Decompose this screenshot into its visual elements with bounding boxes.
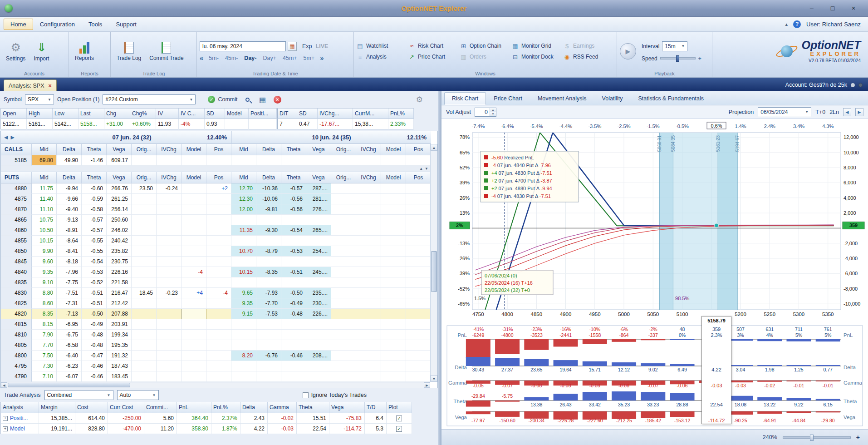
- col-header-theta[interactable]: Theta: [82, 172, 107, 183]
- chain-cell[interactable]: [356, 215, 381, 225]
- chain-cell[interactable]: [356, 236, 381, 246]
- play-button[interactable]: ▶: [620, 43, 636, 59]
- col-header-theta[interactable]: Theta: [281, 144, 306, 155]
- chain-cell[interactable]: [381, 340, 406, 351]
- chain-cell[interactable]: 230....: [306, 298, 331, 309]
- chain-cell[interactable]: 245....: [306, 267, 331, 277]
- chain-cell[interactable]: -6.07: [57, 371, 82, 382]
- chain-cell[interactable]: 7.90: [32, 330, 57, 340]
- chain-cell[interactable]: [157, 371, 181, 382]
- chain-cell[interactable]: 256.14: [107, 204, 132, 215]
- chain-cell[interactable]: -10.06: [256, 194, 281, 204]
- chain-cell[interactable]: [281, 340, 306, 351]
- analysis-header-plot[interactable]: Plot: [387, 402, 412, 413]
- col-header-delta[interactable]: Delta: [256, 172, 281, 183]
- stats-header-sd[interactable]: SD: [205, 109, 225, 119]
- analysis-header-margin[interactable]: Margin: [39, 402, 75, 413]
- chain-cell[interactable]: [381, 215, 406, 225]
- puts-row[interactable]: 48208.35-7.13-0.50207.889.15-7.53-0.4822…: [1, 309, 430, 319]
- chain-cell[interactable]: 240.42: [107, 236, 132, 246]
- chain-cell[interactable]: -0.56: [281, 194, 306, 204]
- chain-cell[interactable]: [331, 194, 356, 204]
- chain-cell[interactable]: [356, 330, 381, 340]
- chain-cell[interactable]: [256, 371, 281, 382]
- chain-cell[interactable]: [306, 319, 331, 330]
- chain-cell[interactable]: [181, 215, 206, 225]
- chain-cell[interactable]: [406, 330, 431, 340]
- chain-cell[interactable]: 11.35: [231, 225, 256, 236]
- chain-cell[interactable]: [331, 257, 356, 267]
- col-header-vega[interactable]: Vega: [107, 172, 132, 183]
- calendar-icon[interactable]: ▦: [288, 42, 297, 51]
- trading-date-input[interactable]: [200, 41, 286, 51]
- chain-cell[interactable]: [306, 155, 331, 166]
- chain-cell[interactable]: [356, 371, 381, 382]
- chain-cell[interactable]: [132, 340, 157, 351]
- chain-cell[interactable]: [406, 298, 431, 309]
- chain-cell[interactable]: 12.00: [231, 204, 256, 215]
- col-header-ivchg[interactable]: IVChg: [356, 144, 381, 155]
- puts-row[interactable]: 487511.40-9.66-0.59261.2512.30-10.06-0.5…: [1, 194, 430, 204]
- chain-cell[interactable]: 9.35: [231, 298, 256, 309]
- risk-chart[interactable]: 5060.915084.355161.235194.6778%12,00065%…: [441, 119, 868, 323]
- chain-cell[interactable]: -6.40: [57, 351, 82, 361]
- chain-cell[interactable]: [256, 257, 281, 267]
- chain-cell[interactable]: [281, 319, 306, 330]
- chain-cell[interactable]: 287....: [306, 183, 331, 194]
- chain-cell[interactable]: [306, 330, 331, 340]
- chain-cell[interactable]: -8.91: [57, 225, 82, 236]
- chain-cell[interactable]: 12.70: [231, 183, 256, 194]
- col-header-theta[interactable]: Theta: [82, 144, 107, 155]
- chain-cell[interactable]: -0.54: [281, 225, 306, 236]
- chain-cell[interactable]: [231, 155, 256, 166]
- puts-row[interactable]: 48258.60-7.31-0.51212.429.35-7.70-0.4923…: [1, 298, 430, 309]
- chain-cell[interactable]: [181, 246, 206, 257]
- chain-cell[interactable]: [206, 215, 231, 225]
- chain-cell[interactable]: [406, 155, 431, 166]
- chain-cell[interactable]: 250.60: [107, 215, 132, 225]
- chain-cell[interactable]: [406, 371, 431, 382]
- chain-cell[interactable]: 230.75: [107, 257, 132, 267]
- chain-cell[interactable]: [132, 236, 157, 246]
- chain-cell[interactable]: [381, 236, 406, 246]
- col-header-pos[interactable]: Pos: [406, 172, 431, 183]
- chain-cell[interactable]: [157, 236, 181, 246]
- chain-cell[interactable]: [281, 257, 306, 267]
- chain-cell[interactable]: [356, 351, 381, 361]
- collapse-ribbon-icon[interactable]: ▴: [785, 21, 788, 27]
- tab-statistics-fundamentals[interactable]: Statistics & Fundamentals: [630, 92, 711, 105]
- chain-cell[interactable]: [331, 183, 356, 194]
- chain-cell[interactable]: [381, 277, 406, 288]
- chain-cell[interactable]: [157, 361, 181, 371]
- chain-cell[interactable]: [132, 215, 157, 225]
- col-header-ivchg[interactable]: IVChg: [356, 172, 381, 183]
- fast-back-icon[interactable]: «: [200, 55, 203, 61]
- chain-cell[interactable]: 9.60: [32, 257, 57, 267]
- puts-row[interactable]: 486010.50-8.91-0.57246.0211.35-9.30-0.54…: [1, 225, 430, 236]
- chain-cell[interactable]: [181, 371, 206, 382]
- chain-vertical-scrollbar[interactable]: ▲ ▼: [430, 144, 437, 382]
- chain-cell[interactable]: -0.53: [281, 246, 306, 257]
- chain-cell[interactable]: [356, 225, 381, 236]
- col-header-orig[interactable]: Orig...: [132, 144, 157, 155]
- chain-cell[interactable]: [406, 257, 431, 267]
- scrollbar-thumb[interactable]: [431, 251, 437, 292]
- chain-cell[interactable]: [206, 319, 231, 330]
- strike-cell[interactable]: 4865: [1, 215, 32, 225]
- chain-cell[interactable]: [306, 236, 331, 246]
- expand-icon[interactable]: +: [3, 426, 8, 431]
- stats-header-pnl[interactable]: PnL%: [388, 109, 414, 119]
- chain-cell[interactable]: 281....: [306, 194, 331, 204]
- chain-cell[interactable]: -0.46: [82, 371, 107, 382]
- scroll-down-icon[interactable]: ▼: [431, 375, 437, 382]
- chain-cell[interactable]: [406, 204, 431, 215]
- chain-cell[interactable]: -0.24: [157, 183, 181, 194]
- chain-cell[interactable]: -7.70: [256, 298, 281, 309]
- zoom-slider-thumb[interactable]: [810, 435, 814, 441]
- chain-cell[interactable]: -0.23: [157, 288, 181, 298]
- expiration-header-1[interactable]: 07 jun. 24 (32)12.40%: [32, 131, 231, 144]
- fast-forward-icon[interactable]: »: [320, 55, 324, 61]
- chain-cell[interactable]: [281, 155, 306, 166]
- col-header-delta[interactable]: Delta: [57, 144, 82, 155]
- chain-cell[interactable]: [206, 225, 231, 236]
